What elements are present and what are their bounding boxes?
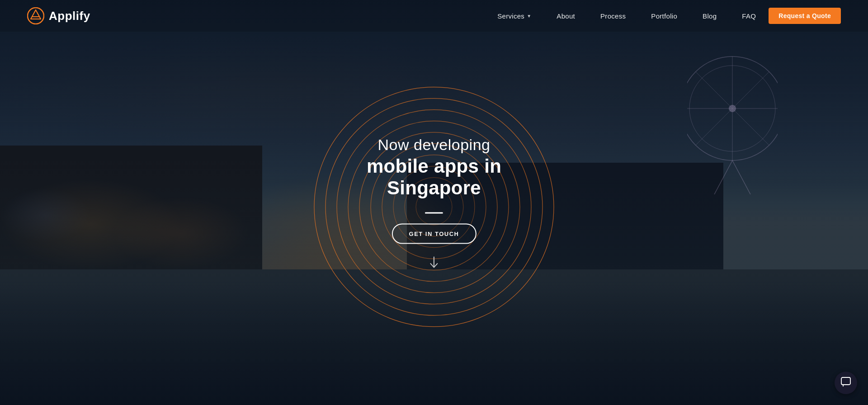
hero-line1: Now developing — [367, 136, 501, 154]
hero-divider — [425, 212, 443, 214]
ferris-wheel-decoration — [687, 36, 778, 194]
svg-line-12 — [732, 160, 750, 194]
logo-icon — [27, 7, 44, 24]
navbar: Applify Services ▼ About Process Portfol… — [0, 0, 868, 32]
get-in-touch-button[interactable]: GET IN TOUCH — [392, 224, 476, 244]
nav-link-portfolio[interactable]: Portfolio — [638, 12, 690, 20]
nav-link-blog[interactable]: Blog — [690, 12, 729, 20]
request-quote-button[interactable]: Request a Quote — [769, 8, 841, 24]
hero-title: Now developing mobile apps in Singapore — [367, 136, 501, 199]
nav-item-portfolio[interactable]: Portfolio — [638, 12, 690, 20]
scroll-arrow[interactable] — [429, 257, 439, 269]
svg-line-10 — [696, 72, 732, 108]
hero-line2: mobile apps in Singapore — [367, 155, 501, 199]
logo-link[interactable]: Applify — [27, 7, 90, 24]
nav-link-services[interactable]: Services ▼ — [485, 12, 544, 20]
nav-item-process[interactable]: Process — [588, 12, 638, 20]
chevron-down-icon: ▼ — [527, 14, 531, 19]
nav-link-about[interactable]: About — [544, 12, 588, 20]
svg-line-8 — [696, 108, 732, 145]
svg-line-9 — [732, 108, 769, 145]
logo-text: Applify — [49, 9, 90, 23]
arrow-down-icon — [429, 257, 439, 269]
nav-item-blog[interactable]: Blog — [690, 12, 729, 20]
hero-content: Now developing mobile apps in Singapore … — [367, 136, 501, 269]
nav-link-process[interactable]: Process — [588, 12, 638, 20]
nav-item-about[interactable]: About — [544, 12, 588, 20]
svg-line-7 — [732, 72, 769, 108]
nav-item-faq[interactable]: FAQ — [729, 12, 769, 20]
chat-bubble-button[interactable] — [835, 372, 857, 394]
svg-rect-26 — [841, 377, 850, 385]
svg-line-11 — [714, 160, 732, 194]
nav-link-faq[interactable]: FAQ — [729, 12, 769, 20]
nav-links: Services ▼ About Process Portfolio Blog … — [485, 12, 769, 20]
nav-item-services[interactable]: Services ▼ — [485, 12, 544, 20]
chat-icon — [841, 377, 851, 389]
